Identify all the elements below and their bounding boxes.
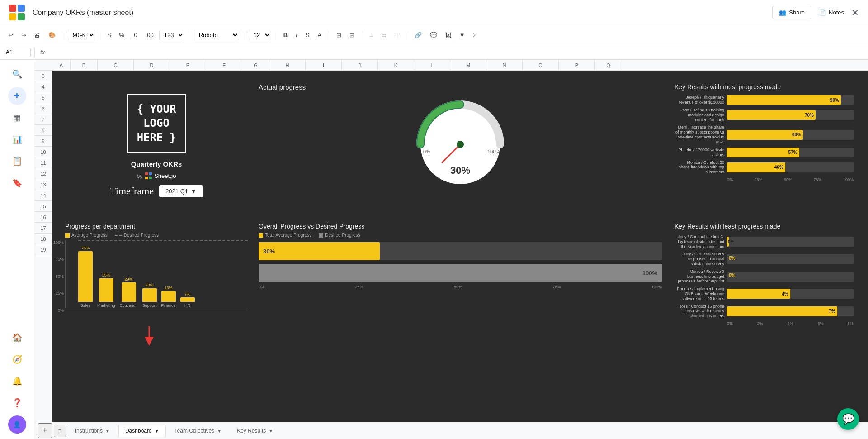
redo-button[interactable]: ↪ xyxy=(19,30,29,40)
list-sidebar-icon[interactable]: 📋 xyxy=(8,152,26,170)
key-results-least-title: Key Results with least progress made xyxy=(675,223,854,230)
col-header-N[interactable]: N xyxy=(486,60,523,70)
tab-team-objectives[interactable]: Team Objectives ▼ xyxy=(168,425,229,437)
home-sidebar-icon[interactable]: 🏠 xyxy=(8,329,26,347)
add-sheet-button[interactable]: + xyxy=(38,423,52,438)
paint-format-button[interactable]: 🎨 xyxy=(46,30,58,40)
sheetgo-badge: by Sheetgo xyxy=(137,172,176,180)
align-left-button[interactable]: ≡ xyxy=(367,30,376,40)
col-header-C[interactable]: C xyxy=(98,60,134,70)
row-12[interactable]: 12 xyxy=(34,168,52,179)
gauge-section: Actual progress xyxy=(255,78,665,214)
user-avatar[interactable]: 👤 xyxy=(8,415,26,434)
col-header-D[interactable]: D xyxy=(134,60,170,70)
tab-dashboard[interactable]: Dashboard ▼ xyxy=(118,425,166,437)
compass-sidebar-icon[interactable]: 🧭 xyxy=(8,350,26,368)
kr-most-row-4: Phoebe / 170000 website visitors 57% xyxy=(675,148,854,157)
col-header-F[interactable]: F xyxy=(206,60,242,70)
italic-button[interactable]: I xyxy=(293,30,300,40)
formula-input[interactable] xyxy=(50,49,864,56)
font-size-select[interactable]: 12 xyxy=(249,30,271,40)
search-sidebar-icon[interactable]: 🔍 xyxy=(8,65,26,83)
kr-most-row-1: Joseph / Hit quarterly revenue of over $… xyxy=(675,95,854,105)
font-select[interactable]: Roboto xyxy=(194,30,239,40)
col-header-H[interactable]: H xyxy=(269,60,306,70)
col-header-M[interactable]: M xyxy=(450,60,486,70)
bell-sidebar-icon[interactable]: 🔔 xyxy=(8,372,26,390)
bookmark-sidebar-icon[interactable]: 🔖 xyxy=(8,174,26,192)
total-progress-bar: 30% xyxy=(259,242,380,260)
function-button[interactable]: Σ xyxy=(471,30,480,40)
link-button[interactable]: 🔗 xyxy=(412,30,425,40)
decimal-less-button[interactable]: .0 xyxy=(130,30,140,40)
decimal-more-button[interactable]: .00 xyxy=(143,30,156,40)
col-header-P[interactable]: P xyxy=(559,60,595,70)
chart-sidebar-icon[interactable]: 📊 xyxy=(8,130,26,148)
svg-text:100%: 100% xyxy=(487,149,500,154)
row-11[interactable]: 11 xyxy=(34,157,52,168)
merge-button[interactable]: ⊟ xyxy=(347,30,357,40)
grid-sidebar-icon[interactable]: ▦ xyxy=(8,109,26,127)
col-header-I[interactable]: I xyxy=(306,60,342,70)
timeframe-dropdown[interactable]: 2021 Q1 ▼ xyxy=(159,185,203,197)
close-button[interactable]: ✕ xyxy=(851,7,859,18)
sheet-tabs: + ≡ Instructions ▼ Dashboard ▼ Team Obje… xyxy=(34,422,868,439)
row-14[interactable]: 14 xyxy=(34,190,52,201)
row-16[interactable]: 16 xyxy=(34,212,52,223)
align-center-button[interactable]: ☰ xyxy=(378,30,389,40)
undo-button[interactable]: ↩ xyxy=(5,30,16,40)
row-10[interactable]: 10 xyxy=(34,147,52,157)
add-sidebar-icon[interactable]: + xyxy=(8,87,26,105)
row-17[interactable]: 17 xyxy=(34,223,52,234)
print-button[interactable]: 🖨 xyxy=(32,30,43,40)
kr-least-row-4: Phoebe / Implement using OKRs and Weekdo… xyxy=(675,286,854,301)
row-7[interactable]: 7 xyxy=(34,114,52,125)
chat-button[interactable]: 💬 xyxy=(837,408,859,430)
logo-section: { YOURLOGOHERE } Quarterly OKRs by xyxy=(61,78,251,214)
comment-button[interactable]: 💬 xyxy=(427,30,440,40)
col-header-E[interactable]: E xyxy=(170,60,206,70)
borders-button[interactable]: ⊞ xyxy=(334,30,344,40)
col-header-G[interactable]: G xyxy=(242,60,269,70)
row-4[interactable]: 4 xyxy=(34,81,52,92)
logo-blue-dot xyxy=(18,5,25,12)
col-header-Q[interactable]: Q xyxy=(595,60,622,70)
row-13[interactable]: 13 xyxy=(34,179,52,190)
image-button[interactable]: 🖼 xyxy=(443,30,454,40)
row-18[interactable]: 18 xyxy=(34,234,52,244)
row-3[interactable]: 3 xyxy=(34,71,52,81)
align-right-button[interactable]: ≣ xyxy=(392,30,402,40)
tab-key-results[interactable]: Key Results ▼ xyxy=(230,425,280,437)
col-header-A[interactable]: A xyxy=(52,60,71,70)
toolbar-separator-3 xyxy=(189,31,189,40)
currency-button[interactable]: $ xyxy=(105,30,113,40)
text-color-button[interactable]: A xyxy=(315,30,324,40)
strikethrough-button[interactable]: S xyxy=(303,30,312,40)
filter-button[interactable]: ▼ xyxy=(457,30,468,40)
row-5[interactable]: 5 xyxy=(34,92,52,103)
tab-instructions[interactable]: Instructions ▼ xyxy=(68,425,117,437)
share-button[interactable]: 👥 Share xyxy=(772,6,811,19)
help-sidebar-icon[interactable]: ❓ xyxy=(8,394,26,412)
sheet-menu-button[interactable]: ≡ xyxy=(54,425,66,437)
cell-reference[interactable] xyxy=(4,48,31,57)
row-8[interactable]: 8 xyxy=(34,125,52,136)
kr-least-row-3: Monica / Receive 3 business line budget … xyxy=(675,269,854,284)
row-19[interactable]: 19 xyxy=(34,244,52,255)
col-header-B[interactable]: B xyxy=(71,60,98,70)
bold-button[interactable]: B xyxy=(281,30,290,40)
row-9[interactable]: 9 xyxy=(34,136,52,147)
col-header-K[interactable]: K xyxy=(378,60,414,70)
zoom-select[interactable]: 90% xyxy=(68,30,95,40)
overall-bars: 30% 100% xyxy=(259,242,662,282)
col-header-L[interactable]: L xyxy=(414,60,450,70)
percent-button[interactable]: % xyxy=(116,30,127,40)
row-15[interactable]: 15 xyxy=(34,201,52,212)
format-select[interactable]: 123 xyxy=(159,30,184,40)
col-header-O[interactable]: O xyxy=(523,60,559,70)
quarterly-okrs-label: Quarterly OKRs xyxy=(131,160,182,168)
notes-button[interactable]: 📄 Notes xyxy=(819,9,844,16)
col-header-J[interactable]: J xyxy=(342,60,378,70)
kr-least-row-2: Joey / Get 1000 survey responses to annu… xyxy=(675,252,854,266)
row-6[interactable]: 6 xyxy=(34,103,52,114)
